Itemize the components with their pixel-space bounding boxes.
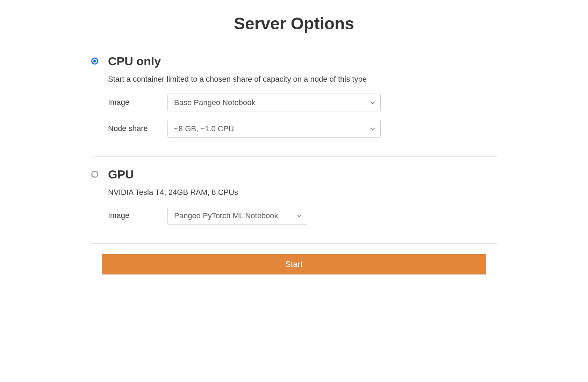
- field-image: Image Base Pangeo Notebook: [108, 94, 497, 111]
- profile-title: GPU: [108, 167, 497, 182]
- profile-description: NVIDIA Tesla T4, 24GB RAM, 8 CPUs: [108, 188, 497, 197]
- profile-description: Start a container limited to a chosen sh…: [108, 75, 497, 84]
- profile-gpu: GPU NVIDIA Tesla T4, 24GB RAM, 8 CPUs Im…: [91, 167, 497, 244]
- image-select[interactable]: Base Pangeo Notebook: [167, 94, 381, 111]
- start-button[interactable]: Start: [102, 254, 486, 274]
- field-node-share: Node share ~8 GB, ~1.0 CPU: [108, 120, 497, 138]
- node-share-select[interactable]: ~8 GB, ~1.0 CPU: [167, 120, 381, 138]
- field-label: Image: [108, 98, 167, 107]
- image-select-gpu[interactable]: Pangeo PyTorch ML Notebook: [167, 207, 307, 225]
- field-label: Node share: [108, 124, 167, 133]
- profile-title: CPU only: [108, 54, 497, 68]
- field-label: Image: [108, 211, 167, 220]
- radio-gpu[interactable]: [91, 171, 98, 178]
- radio-cpu-only[interactable]: [91, 58, 98, 65]
- field-image: Image Pangeo PyTorch ML Notebook: [108, 207, 497, 225]
- profile-cpu-only: CPU only Start a container limited to a …: [91, 54, 497, 157]
- page-title: Server Options: [91, 14, 497, 33]
